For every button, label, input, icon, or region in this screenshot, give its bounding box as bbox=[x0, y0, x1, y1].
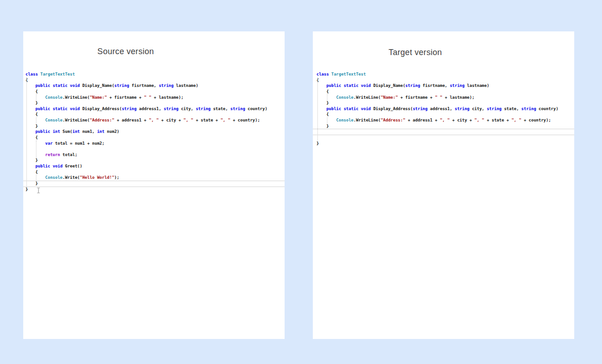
code-line: Console.WriteLine("Name:" + fisrtname + … bbox=[26, 95, 285, 101]
code-line: } bbox=[26, 157, 285, 163]
code-line: Console.WriteLine("Name:" + fisrtname + … bbox=[316, 95, 574, 101]
code-line: { bbox=[316, 89, 574, 95]
code-line bbox=[316, 129, 574, 135]
source-code-editor[interactable]: class TargetTextTest{ public static void… bbox=[23, 71, 285, 192]
code-line: } bbox=[316, 123, 574, 129]
code-line: return total; bbox=[26, 152, 285, 158]
code-line: } bbox=[316, 141, 574, 147]
indent-guide bbox=[317, 77, 318, 141]
indent-guide bbox=[327, 94, 327, 100]
code-line: } bbox=[26, 187, 285, 192]
indent-guide bbox=[36, 117, 36, 123]
code-line: class TargetTextTest bbox=[316, 71, 574, 77]
indent-guide bbox=[36, 175, 36, 181]
indent-guide bbox=[36, 141, 36, 158]
code-line: public static void Display_Address(strin… bbox=[26, 106, 285, 112]
code-line: } bbox=[316, 100, 574, 106]
code-line: var total = num1 + num2; bbox=[26, 141, 285, 147]
target-code-editor[interactable]: class TargetTextTest{ public static void… bbox=[313, 71, 574, 146]
code-line: public static void Display_Address(strin… bbox=[316, 106, 574, 112]
code-line: { bbox=[26, 77, 285, 83]
code-line bbox=[26, 146, 285, 152]
target-panel-title: Target version bbox=[313, 48, 518, 57]
code-line: Console.WriteLine("Address:" + address1 … bbox=[26, 117, 285, 123]
code-line: public int Sum(int num1, int num2) bbox=[26, 129, 285, 135]
code-line: { bbox=[26, 111, 285, 117]
code-line: { bbox=[26, 89, 285, 95]
code-line: } bbox=[26, 123, 285, 129]
code-line: { bbox=[316, 111, 574, 117]
code-line: Console.Write("Hello World!"); bbox=[26, 175, 285, 181]
indent-guide bbox=[26, 77, 27, 187]
indent-guide bbox=[36, 94, 36, 100]
code-line: } bbox=[26, 181, 285, 187]
source-panel-title: Source version bbox=[23, 47, 228, 56]
ibeam-cursor-icon bbox=[36, 187, 41, 195]
code-line: Console.WriteLine("Address:" + address1 … bbox=[316, 117, 574, 123]
code-line: public static void Display_Name(string f… bbox=[316, 83, 574, 89]
code-line bbox=[316, 135, 574, 141]
code-line: { bbox=[316, 77, 574, 83]
code-line: class TargetTextTest bbox=[26, 71, 285, 77]
code-line: public static void Display_Name(string f… bbox=[26, 83, 285, 89]
code-line: public void Greet() bbox=[26, 163, 285, 169]
compare-screen: { "app": { "background_color": "#d9e8fc"… bbox=[0, 0, 602, 364]
source-version-panel: Source version class TargetTextTest{ pub… bbox=[23, 31, 285, 339]
target-version-panel: Target version class TargetTextTest{ pub… bbox=[313, 31, 574, 339]
indent-guide bbox=[327, 117, 327, 123]
code-line: { bbox=[26, 135, 285, 141]
code-line: } bbox=[26, 100, 285, 106]
code-line: { bbox=[26, 169, 285, 175]
